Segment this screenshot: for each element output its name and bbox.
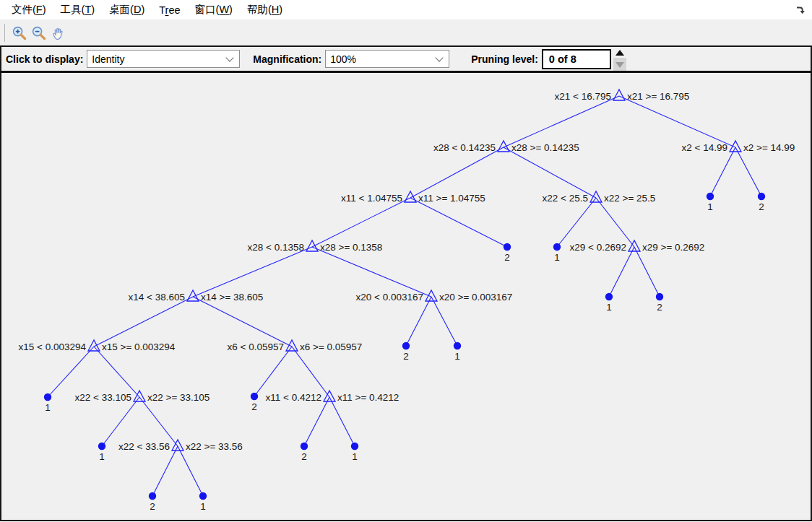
tree-split-right-label: x28 >= 0.14235 [511,142,579,153]
tree-edge [609,247,634,297]
tree-leaf-label: 1 [352,451,358,462]
click-to-display-combo[interactable]: Identity [87,50,240,68]
chevron-down-icon [226,53,234,61]
tree-leaf-label: 2 [657,302,662,313]
tree-split-right-label: x11 >= 0.4212 [337,392,399,403]
spinner-up-button[interactable] [613,48,626,59]
tree-split-left-label: x21 < 16.795 [555,91,611,102]
tree-leaf-label: 1 [45,402,51,413]
decision-tree-plot[interactable]: x21 < 16.795x21 >= 16.795x28 < 0.14235x2… [1,73,811,520]
spinner-down-button[interactable] [613,58,626,71]
tree-split-right-label: x28 >= 0.1358 [320,242,382,253]
zoom-in-icon [12,25,27,41]
menu-item-help[interactable]: 帮助(H) [240,1,290,19]
tree-leaf-node-L2[interactable] [98,443,105,450]
zoom-out-button[interactable] [29,23,48,43]
tree-leaf-node-L7[interactable] [351,443,358,450]
tree-split-node-x21[interactable] [613,90,625,100]
tree-edge [710,147,735,196]
tree-leaf-node-L4[interactable] [199,492,207,500]
zoom-in-button[interactable] [9,23,29,43]
tree-edge [254,347,292,396]
tree-split-right-label: x15 >= 0.003294 [102,342,176,352]
tree-split-right-label: x11 >= 1.04755 [418,193,485,204]
tree-leaf-node-L10[interactable] [504,243,511,251]
tree-split-node-x2[interactable] [730,141,741,152]
tree-edge [292,347,329,397]
tree-edge [178,446,203,496]
tree-edge [329,397,355,446]
pruning-level-field[interactable]: 0 of 8 [542,49,611,69]
tree-leaf-node-L5[interactable] [251,393,258,400]
tree-split-right-label: x29 >= 0.2692 [642,242,704,253]
tree-leaf-label: 1 [554,252,560,263]
tree-edge [304,397,329,446]
tree-split-left-label: x2 < 14.99 [682,142,727,153]
tree-leaf-label: 2 [759,201,764,212]
tree-leaf-label: 1 [200,501,206,512]
tree-leaf-node-L1[interactable] [44,393,51,401]
control-bar: Click to display: Identity Magnification… [0,45,812,73]
tree-edge [193,297,292,347]
tool-bar [0,20,812,45]
tree-split-right-label: x6 >= 0.05957 [300,342,362,352]
tree-split-node-x22a[interactable] [590,191,602,202]
tree-edge [312,198,410,247]
tree-edge [94,347,139,397]
pruning-level-spinner [613,48,626,71]
pan-button[interactable] [48,23,68,43]
tree-leaf-label: 2 [403,351,409,362]
tree-edge [139,397,178,446]
tree-edge [410,147,504,198]
tree-split-node-x15[interactable] [88,340,100,351]
tree-leaf-node-L12[interactable] [605,293,613,300]
pruning-level-value: 0 of 8 [549,53,576,65]
tree-leaf-label: 1 [99,451,105,462]
tree-leaf-node-L3[interactable] [149,492,156,500]
tree-edge [504,96,619,147]
tree-leaf-node-L6[interactable] [301,443,308,450]
tree-split-left-label: x15 < 0.003294 [19,342,87,352]
tree-split-left-label: x28 < 0.1358 [248,242,304,253]
menu-item-window[interactable]: 窗口(W) [188,1,240,19]
tree-split-left-label: x11 < 1.04755 [341,193,402,204]
menu-item-desktop[interactable]: 桌面(D) [102,1,152,19]
tree-leaf-label: 2 [504,252,510,263]
tree-split-right-label: x21 >= 16.795 [627,91,689,102]
tree-edge [410,198,507,247]
tree-split-node-x11a[interactable] [405,191,416,202]
tree-split-right-label: x20 >= 0.003167 [439,292,512,303]
tree-split-node-x28a[interactable] [498,141,509,152]
dock-icon[interactable] [795,5,805,15]
menu-item-file[interactable]: 文件(F) [4,1,53,19]
chevron-down-icon [436,53,444,61]
tree-edge [48,347,94,397]
tree-leaf-node-L13[interactable] [656,293,663,300]
tree-leaf-node-L9[interactable] [454,342,461,349]
tree-split-node-x28b[interactable] [306,240,318,251]
arrow-up-icon [616,50,624,56]
tree-split-left-label: x29 < 0.2692 [570,242,626,253]
menu-item-tree[interactable]: Tree [152,2,187,18]
tree-leaf-label: 1 [606,302,612,313]
tree-split-left-label: x14 < 38.605 [129,292,185,303]
tree-split-right-label: x22 >= 33.56 [186,441,243,452]
menu-item-tools[interactable]: 工具(T) [53,1,103,19]
tree-edge [102,397,139,446]
tree-edge [504,147,596,198]
tree-split-left-label: x22 < 25.5 [543,193,588,204]
magnification-combo[interactable]: 100% [325,50,449,68]
tree-split-node-x14[interactable] [187,290,199,301]
tree-split-node-x20[interactable] [426,290,437,301]
tree-leaf-node-L8[interactable] [402,342,410,349]
tree-leaf-label: 2 [251,401,257,412]
tree-split-node-x6[interactable] [286,340,298,351]
tree-split-left-label: x28 < 0.14235 [433,142,496,153]
tree-edge [406,297,431,346]
tree-leaf-node-L11[interactable] [553,243,561,251]
magnification-label: Magnification: [253,53,321,65]
tree-leaf-label: 1 [707,201,713,212]
tree-leaf-node-L15[interactable] [758,193,765,200]
tree-leaf-node-L14[interactable] [707,193,714,200]
tree-canvas[interactable]: x21 < 16.795x21 >= 16.795x28 < 0.14235x2… [0,73,812,521]
